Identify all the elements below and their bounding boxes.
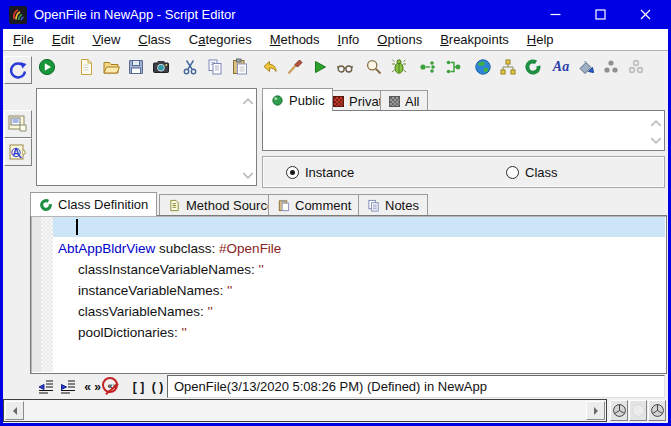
paste-button[interactable] [229,55,251,79]
methods-list[interactable] [262,110,665,151]
open-button[interactable] [100,55,122,79]
tab-class-definition[interactable]: Class Definition [30,192,157,216]
outdent-button[interactable] [35,377,56,396]
globe-button[interactable] [472,55,494,79]
system-idle-button[interactable] [629,400,647,421]
save-icon [127,58,145,76]
tab-comment[interactable]: Comment [268,194,360,216]
execute-icon [38,58,56,76]
close-button[interactable] [623,0,668,29]
bottom-bar [3,399,668,423]
tab-method-source[interactable]: Method Source [159,194,283,216]
class-browser-button[interactable] [522,55,544,79]
class-radio-label: Class [525,165,558,180]
menu-help[interactable]: Help [518,29,563,50]
new-button[interactable] [75,55,97,79]
code-editor[interactable]: AbtAppBldrView subclass: #OpenFile class… [30,215,667,374]
code-text-area[interactable]: AbtAppBldrView subclass: #OpenFile class… [53,217,665,372]
menu-breakpoints[interactable]: Breakpoints [431,29,518,50]
copy-icon [206,58,224,76]
system-memory-button[interactable] [610,400,628,421]
comment-quotes-button[interactable]: « » [82,377,103,396]
fill-color-button[interactable] [575,55,597,79]
categories-list[interactable] [36,88,257,186]
paste-icon [231,58,249,76]
selected-line-highlight [53,217,665,237]
new-document-icon [77,58,95,76]
toolbar: Aa [36,52,647,82]
parts-catalog-button[interactable] [625,55,647,79]
tab-all-label: All [405,94,419,109]
part-interface-editor-icon: A [7,141,29,163]
instance-radio[interactable] [286,166,299,179]
arrow-right-icon [592,406,600,416]
menu-edit[interactable]: Edit [43,29,83,50]
brackets-icon: [ ] [133,380,144,394]
guillemets-icon: « » [84,380,101,394]
menu-view[interactable]: View [83,29,129,50]
message-scroll-left-button[interactable] [5,401,24,420]
code-line: classInstanceVariableNames: '' [53,259,665,280]
font-button[interactable]: Aa [550,55,572,79]
class-hierarchy-button[interactable] [497,55,519,79]
part-hierarchy-button[interactable] [442,55,464,79]
menu-class[interactable]: Class [129,29,180,50]
notes-icon [367,199,380,212]
no-comment-icon: «» [107,382,117,391]
save-button[interactable] [125,55,147,79]
search-button[interactable] [363,55,385,79]
class-browser-icon [524,58,542,76]
copy-button[interactable] [204,55,226,79]
tab-notes-label: Notes [385,198,419,213]
cut-button[interactable] [179,55,201,79]
class-radio-row[interactable]: Class [506,165,558,180]
scroll-up-arrow[interactable] [650,113,662,131]
menu-categories[interactable]: Categories [180,29,261,50]
brackets-button[interactable]: [ ] [128,377,149,396]
snapshot-button[interactable] [150,55,172,79]
parens-button[interactable]: ( ) [147,377,168,396]
scroll-down-arrow[interactable] [242,165,254,183]
maximize-button[interactable] [578,0,623,29]
message-scroll-right-button[interactable] [586,401,605,420]
execute-button[interactable] [36,55,58,79]
menu-file[interactable]: File [4,29,43,50]
cut-icon [181,58,199,76]
status-field: OpenFile(3/13/2020 5:08:26 PM) (Defined)… [167,375,665,398]
browse-senders-icon [336,58,354,76]
class-definition-icon [39,198,53,212]
tab-public[interactable]: Public [262,88,333,111]
composition-editor-button[interactable] [4,110,32,138]
scroll-down-arrow[interactable] [650,130,662,148]
tab-all[interactable]: All [380,90,428,111]
minimize-icon [550,9,561,20]
menu-bar: File Edit View Class Categories Methods … [3,29,668,51]
remove-comment-button[interactable]: «» [102,377,123,396]
parts-palette-button[interactable] [600,55,622,79]
menu-methods[interactable]: Methods [261,29,329,50]
message-area [3,399,607,422]
memory-pie-icon [612,403,627,418]
scroll-up-arrow[interactable] [242,91,254,109]
script-editor-mode-button[interactable] [4,56,32,84]
part-interface-editor-button[interactable]: A [4,138,32,166]
run-button[interactable] [309,55,331,79]
undo-button[interactable] [259,55,281,79]
move-to-part-button[interactable] [417,55,439,79]
tab-notes[interactable]: Notes [358,194,428,216]
indent-button[interactable] [57,377,78,396]
window-title: OpenFile in NewApp - Script Editor [34,7,236,22]
instance-radio-row[interactable]: Instance [286,165,354,180]
editor-gutter [32,217,41,372]
brush-button[interactable] [284,55,306,79]
menu-options[interactable]: Options [368,29,431,50]
tab-class-definition-label: Class Definition [58,197,148,212]
menu-info[interactable]: Info [329,29,369,50]
class-radio[interactable] [506,166,519,179]
browse-senders-button[interactable] [334,55,356,79]
minimize-button[interactable] [533,0,578,29]
debug-button[interactable] [388,55,410,79]
tab-public-label: Public [289,93,324,108]
system-gc-button[interactable] [648,400,666,421]
parens-icon: ( ) [152,380,163,394]
